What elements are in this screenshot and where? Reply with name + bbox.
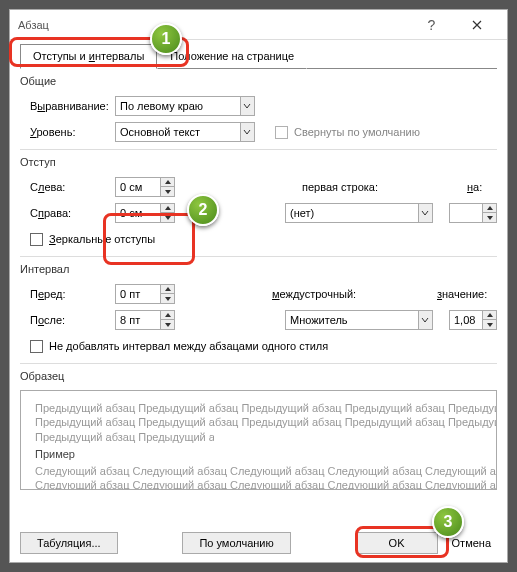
before-label: Перед: — [20, 288, 115, 300]
first-line-combo[interactable] — [285, 203, 433, 223]
after-spin[interactable] — [115, 310, 175, 330]
first-line-value[interactable] — [286, 204, 418, 222]
dialog-title: Абзац — [18, 19, 409, 31]
indent-left-label: Слева: — [20, 181, 115, 193]
indent-right-spin[interactable] — [115, 203, 175, 223]
before-spin[interactable] — [115, 284, 175, 304]
first-line-label: первая строка: — [302, 181, 417, 193]
callout-1: 1 — [150, 23, 182, 55]
chevron-down-icon[interactable] — [418, 204, 432, 222]
first-on-value[interactable] — [450, 204, 482, 222]
mirror-checkbox[interactable]: Зеркальные отступы — [30, 233, 155, 246]
heading-spacing: Интервал — [20, 263, 497, 275]
chevron-down-icon[interactable] — [418, 311, 432, 329]
after-value[interactable] — [116, 311, 160, 329]
first-on-spin[interactable] — [449, 203, 497, 223]
indent-right-value[interactable] — [116, 204, 160, 222]
spin-up-icon — [161, 178, 174, 187]
callout-3: 3 — [432, 506, 464, 538]
level-label: Уровень: — [20, 126, 115, 138]
line-value[interactable] — [286, 311, 418, 329]
on-label: на: — [467, 181, 497, 193]
paragraph-dialog: Абзац ? Отступы и интервалы Положение на… — [9, 9, 508, 563]
tab-position[interactable]: Положение на странице — [157, 44, 307, 69]
default-button[interactable]: По умолчанию — [182, 532, 290, 554]
chevron-down-icon[interactable] — [240, 123, 254, 141]
section-spacing: Интервал Перед: междустрочный: значение:… — [20, 263, 497, 357]
help-button[interactable]: ? — [409, 11, 454, 39]
heading-general: Общие — [20, 75, 497, 87]
alignment-label: Выравнивание: — [20, 100, 115, 112]
line-combo[interactable] — [285, 310, 433, 330]
alignment-value[interactable] — [116, 97, 240, 115]
indent-right-label: Справа: — [20, 207, 115, 219]
section-general: Общие Выравнивание: Уровень: Свернуты по… — [20, 75, 497, 143]
heading-sample: Образец — [20, 370, 497, 382]
tab-indents[interactable]: Отступы и интервалы — [20, 44, 157, 69]
section-indent: Отступ Слева: первая строка: на: Справа: — [20, 156, 497, 250]
titlebar: Абзац ? — [10, 10, 507, 40]
indent-left-spin[interactable] — [115, 177, 175, 197]
section-sample: Образец Предыдущий абзац Предыдущий абза… — [20, 370, 497, 490]
spacing-value-spin[interactable] — [449, 310, 497, 330]
collapsed-checkbox: Свернуты по умолчанию — [275, 126, 420, 139]
collapsed-label: Свернуты по умолчанию — [294, 126, 420, 138]
heading-indent: Отступ — [20, 156, 497, 168]
chevron-down-icon[interactable] — [240, 97, 254, 115]
line-label: междустрочный: — [272, 288, 387, 300]
tabs-button[interactable]: Табуляция... — [20, 532, 118, 554]
level-value[interactable] — [116, 123, 240, 141]
close-button[interactable] — [454, 11, 499, 39]
mirror-label: Зеркальные отступы — [49, 233, 155, 245]
dont-add-checkbox[interactable]: Не добавлять интервал между абзацами одн… — [30, 340, 328, 353]
indent-left-value[interactable] — [116, 178, 160, 196]
dont-add-label: Не добавлять интервал между абзацами одн… — [49, 340, 328, 352]
alignment-combo[interactable] — [115, 96, 255, 116]
ok-button[interactable]: OK — [356, 532, 438, 554]
level-combo[interactable] — [115, 122, 255, 142]
callout-2: 2 — [187, 194, 219, 226]
after-label: После: — [20, 314, 115, 326]
spin-down-icon — [161, 187, 174, 196]
tabs: Отступы и интервалы Положение на страниц… — [20, 44, 497, 69]
preview-box: Предыдущий абзац Предыдущий абзац Предыд… — [20, 390, 497, 490]
spacing-value[interactable] — [450, 311, 482, 329]
footer: Табуляция... По умолчанию OK Отмена 3 — [10, 524, 507, 562]
before-value[interactable] — [116, 285, 160, 303]
value-label: значение: — [437, 288, 497, 300]
